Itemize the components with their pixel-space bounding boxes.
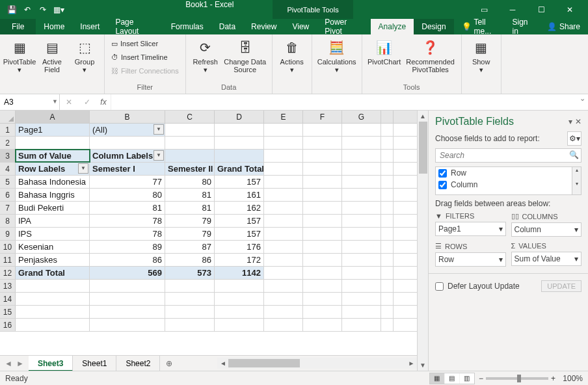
row-header[interactable]: 13 [0,280,16,292]
cell[interactable]: Semester II [165,163,215,175]
cell[interactable] [303,150,342,162]
tab-insert[interactable]: Insert [72,19,107,34]
cell[interactable] [264,163,303,175]
filter-dropdown-icon[interactable]: ▼ [154,150,164,161]
cell[interactable] [165,150,215,162]
horizontal-scrollbar[interactable]: ◄ ► [217,358,417,369]
field-search-input[interactable] [435,148,581,163]
cell[interactable] [264,189,303,201]
share-button[interactable]: 👤Share [539,19,588,34]
tab-home[interactable]: Home [36,19,72,34]
cell[interactable] [303,254,342,266]
cell[interactable] [264,254,303,266]
cell[interactable]: 81 [165,202,215,214]
sheet-tab[interactable]: Sheet3 [29,356,73,371]
zoom-slider[interactable] [486,377,548,380]
zoom-in-button[interactable]: + [551,374,555,383]
cell[interactable]: Grand Total [16,267,90,279]
col-header[interactable]: A [16,111,90,123]
cell[interactable] [165,319,215,331]
cell[interactable] [165,306,215,318]
cell[interactable]: 157 [215,176,264,188]
tell-me[interactable]: 💡Tell me... [454,19,505,34]
sheet-tab[interactable]: Sheet1 [73,356,116,371]
select-all-button[interactable] [0,111,16,123]
fx-icon[interactable]: fx [96,98,111,107]
cell[interactable]: Sum of Value [16,150,90,162]
col-header[interactable]: F [303,111,342,123]
row-header[interactable]: 5 [0,176,16,188]
col-header[interactable]: C [165,111,215,123]
pivottable-button[interactable]: ▦PivotTable▾ [4,36,35,80]
cell[interactable]: 79 [165,215,215,227]
cell[interactable] [215,306,264,318]
scroll-up-icon[interactable]: ▴ [572,167,581,181]
tab-view[interactable]: View [284,19,317,34]
cell[interactable] [90,280,165,292]
search-icon[interactable]: 🔍 [569,150,579,159]
cell[interactable] [215,150,264,162]
col-header[interactable]: D [215,111,264,123]
insert-slicer-button[interactable]: ▭Insert Slicer [109,37,181,50]
cell[interactable]: 81 [90,202,165,214]
cell[interactable] [16,319,90,331]
cell[interactable] [264,319,303,331]
cell[interactable] [264,228,303,240]
cell[interactable]: 89 [90,241,165,253]
cell[interactable] [303,228,342,240]
cell[interactable] [303,293,342,305]
cell[interactable] [165,280,215,292]
cell[interactable] [342,137,381,149]
ribbon-options-icon[interactable]: ▭ [472,2,496,18]
change-data-source-button[interactable]: 🗄Change Data Source [222,36,268,80]
group-button[interactable]: ⬚Group▾ [69,36,100,80]
row-header[interactable]: 7 [0,202,16,214]
maximize-icon[interactable]: ☐ [529,2,553,18]
field-item[interactable]: Column [436,179,581,191]
cell[interactable] [303,176,342,188]
tab-formulas[interactable]: Formulas [163,19,211,34]
customize-qat-icon[interactable]: ▦▾ [51,2,66,18]
cell[interactable]: Bahasa Inggris [16,189,90,201]
cell[interactable] [165,293,215,305]
cell[interactable] [342,124,381,136]
cell[interactable] [215,280,264,292]
cell[interactable] [303,306,342,318]
cell[interactable] [303,215,342,227]
cell[interactable]: IPA [16,215,90,227]
cell[interactable]: Grand Total [215,163,264,175]
cell[interactable]: 80 [90,189,165,201]
vertical-scrollbar[interactable]: ▲ ▼ [417,111,428,371]
row-header[interactable]: 1 [0,124,16,136]
cell[interactable]: 157 [215,228,264,240]
chevron-down-icon[interactable]: ▼ [52,98,58,105]
cell[interactable] [342,319,381,331]
row-header[interactable]: 8 [0,215,16,227]
cell[interactable]: Penjaskes [16,254,90,266]
defer-layout-checkbox[interactable]: Defer Layout Update [435,282,520,291]
row-header[interactable]: 3 [0,150,16,162]
tab-data[interactable]: Data [211,19,243,34]
cell[interactable] [165,137,215,149]
cell[interactable] [342,306,381,318]
cell[interactable] [342,228,381,240]
cell[interactable]: 176 [215,241,264,253]
cell[interactable] [342,280,381,292]
cell[interactable] [215,137,264,149]
show-button[interactable]: ▦Show▾ [466,36,497,80]
field-checkbox[interactable] [438,181,447,189]
cell[interactable]: 172 [215,254,264,266]
cell[interactable] [342,150,381,162]
accept-formula-icon[interactable]: ✓ [78,98,96,107]
add-sheet-button[interactable]: ⊕ [160,359,178,368]
minimize-icon[interactable]: ─ [501,2,524,18]
cell[interactable] [16,306,90,318]
tab-review[interactable]: Review [243,19,284,34]
values-drop[interactable]: Sum of Value▾ [511,252,582,266]
cell[interactable] [342,163,381,175]
actions-button[interactable]: 🗑Actions▾ [276,36,308,80]
cell[interactable] [303,267,342,279]
pivotchart-button[interactable]: 📊PivotChart [366,36,403,80]
scroll-down-icon[interactable]: ▾ [572,181,581,194]
row-header[interactable]: 11 [0,254,16,266]
